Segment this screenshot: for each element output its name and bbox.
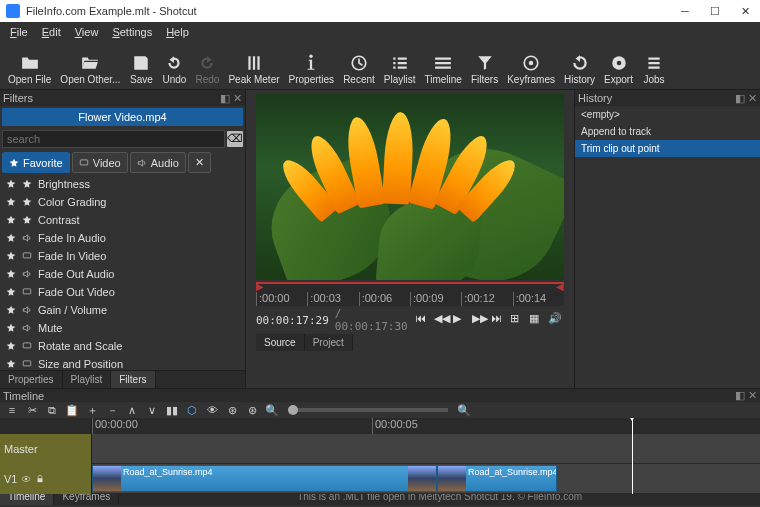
open-other-button[interactable]: Open Other... [56, 52, 124, 87]
filter-item[interactable]: Mute [0, 319, 245, 337]
tl-scrub-icon[interactable]: 👁 [204, 402, 220, 418]
history-button[interactable]: History [560, 52, 599, 87]
track-master-lane[interactable] [92, 434, 760, 464]
tl-snap-icon[interactable]: ⬡ [184, 402, 200, 418]
tl-ripple-icon[interactable]: ⊛ [224, 402, 240, 418]
tl-ripple-all-icon[interactable]: ⊛ [244, 402, 260, 418]
history-item[interactable]: <empty> [575, 106, 760, 123]
filter-item[interactable]: Brightness [0, 175, 245, 193]
recent-button[interactable]: Recent [339, 52, 379, 87]
tl-zoom-slider[interactable] [288, 408, 448, 412]
filter-item[interactable]: Rotate and Scale [0, 337, 245, 355]
filter-item[interactable]: Fade In Audio [0, 229, 245, 247]
tl-zoom-in-icon[interactable]: 🔍 [456, 402, 472, 418]
filter-item[interactable]: Contrast [0, 211, 245, 229]
undock-icon[interactable]: ◧ [735, 389, 745, 402]
peak-meter-button[interactable]: Peak Meter [224, 52, 283, 87]
tl-menu-icon[interactable]: ≡ [4, 402, 20, 418]
skip-start-button[interactable]: ⏮ [415, 312, 431, 328]
tl-lift-icon[interactable]: ∧ [124, 402, 140, 418]
jobs-button[interactable]: Jobs [638, 52, 670, 87]
tab-properties[interactable]: Properties [0, 371, 63, 388]
skip-end-button[interactable]: ⏭ [491, 312, 507, 328]
open-file-button[interactable]: Open File [4, 52, 55, 87]
timeline-button[interactable]: Timeline [421, 52, 466, 87]
filter-cat-video[interactable]: Video [72, 152, 128, 173]
filter-item[interactable]: Gain / Volume [0, 301, 245, 319]
filter-cat-favorite[interactable]: Favorite [2, 152, 70, 173]
tl-split-icon[interactable]: ▮▮ [164, 402, 180, 418]
close-button[interactable]: ✕ [730, 0, 760, 22]
volume-button[interactable]: 🔊 [548, 312, 564, 328]
monitor-icon [22, 359, 32, 369]
track-v1-lane[interactable]: Road_at_Sunrise.mp4Road_at_Sunrise.mp4 [92, 464, 760, 494]
rewind-button[interactable]: ◀◀ [434, 312, 450, 328]
video-preview[interactable] [256, 94, 564, 280]
tl-remove-icon[interactable]: － [104, 402, 120, 418]
toolbar-label: Save [130, 74, 153, 85]
menu-file[interactable]: File [4, 24, 34, 40]
redo-button[interactable]: Redo [191, 52, 223, 87]
eye-icon[interactable] [21, 474, 31, 484]
timeline-playhead[interactable] [632, 418, 633, 494]
filter-label: Color Grading [38, 196, 106, 208]
toolbar-label: Jobs [643, 74, 664, 85]
tab-project[interactable]: Project [305, 334, 353, 351]
cat-label: Audio [151, 157, 179, 169]
undock-icon[interactable]: ◧ [735, 92, 745, 105]
track-head-v1[interactable]: V1 [0, 464, 91, 494]
save-icon [132, 54, 150, 72]
filter-cat-audio[interactable]: Audio [130, 152, 186, 173]
tl-add-icon[interactable]: ＋ [84, 402, 100, 418]
timeline-clip[interactable]: Road_at_Sunrise.mp4 [92, 465, 437, 492]
filter-item[interactable]: Fade Out Audio [0, 265, 245, 283]
tl-cut-icon[interactable]: ✂ [24, 402, 40, 418]
tl-overwrite-icon[interactable]: ∨ [144, 402, 160, 418]
zoom-button[interactable]: ⊞ [510, 312, 526, 328]
playlist-button[interactable]: Playlist [380, 52, 420, 87]
tab-playlist[interactable]: Playlist [63, 371, 112, 388]
menu-settings[interactable]: Settings [106, 24, 158, 40]
timeline-clip[interactable]: Road_at_Sunrise.mp4 [437, 465, 557, 492]
tab-source[interactable]: Source [256, 334, 305, 351]
filter-item[interactable]: Color Grading [0, 193, 245, 211]
tab-filters[interactable]: Filters [111, 371, 155, 388]
panel-close-icon[interactable]: ✕ [748, 389, 757, 402]
star-icon [22, 197, 32, 207]
undock-icon[interactable]: ◧ [220, 92, 230, 105]
panel-close-icon[interactable]: ✕ [233, 92, 242, 105]
panel-close-icon[interactable]: ✕ [748, 92, 757, 105]
save-button[interactable]: Save [125, 52, 157, 87]
export-button[interactable]: Export [600, 52, 637, 87]
filter-cat-close[interactable]: ✕ [188, 152, 211, 173]
track-head-master[interactable]: Master [0, 434, 91, 464]
filter-item[interactable]: Fade Out Video [0, 283, 245, 301]
monitor-icon [22, 287, 32, 297]
tl-paste-icon[interactable]: 📋 [64, 402, 80, 418]
keyframes-button[interactable]: Keyframes [503, 52, 559, 87]
properties-button[interactable]: Properties [285, 52, 339, 87]
undo-button[interactable]: Undo [158, 52, 190, 87]
star-icon [6, 287, 16, 297]
play-button[interactable]: ▶ [453, 312, 469, 328]
menu-help[interactable]: Help [160, 24, 195, 40]
current-timecode[interactable]: 00:00:17:29 [256, 314, 329, 327]
filter-search-input[interactable] [2, 130, 225, 148]
minimize-button[interactable]: ─ [670, 0, 700, 22]
filters-button[interactable]: Filters [467, 52, 502, 87]
history-item[interactable]: Append to track [575, 123, 760, 140]
tl-copy-icon[interactable]: ⧉ [44, 402, 60, 418]
scrub-bar[interactable]: ▶ ◀ :00:00:00:03:00:06:00:09:00:12:00:14 [256, 282, 564, 306]
menu-edit[interactable]: Edit [36, 24, 67, 40]
filter-item[interactable]: Size and Position [0, 355, 245, 370]
tl-zoom-out-icon[interactable]: 🔍 [264, 402, 280, 418]
maximize-button[interactable]: ☐ [700, 0, 730, 22]
forward-button[interactable]: ▶▶ [472, 312, 488, 328]
filters-panel-header: Filters ◧✕ [0, 90, 245, 106]
lock-icon[interactable] [35, 474, 45, 484]
clear-search-button[interactable]: ⌫ [227, 131, 243, 147]
grid-button[interactable]: ▦ [529, 312, 545, 328]
history-item[interactable]: Trim clip out point [575, 140, 760, 157]
filter-item[interactable]: Fade In Video [0, 247, 245, 265]
menu-view[interactable]: View [69, 24, 105, 40]
